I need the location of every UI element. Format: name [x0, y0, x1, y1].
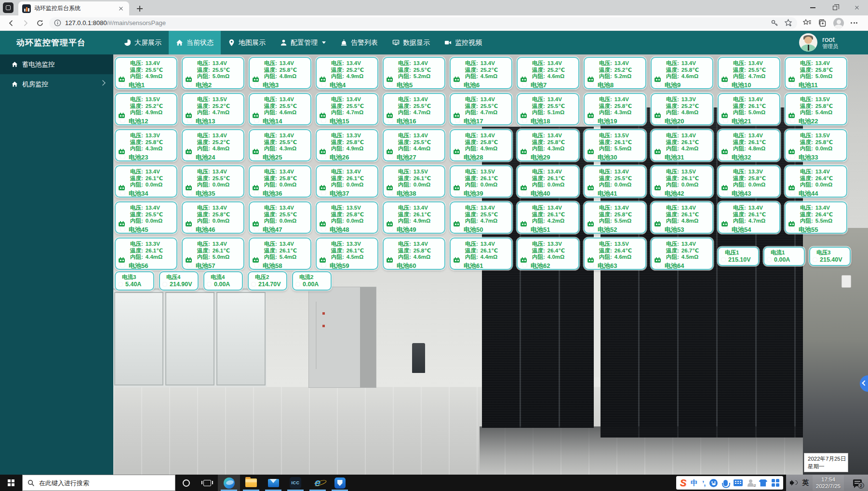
back-button[interactable]: [4, 17, 18, 29]
battery-card[interactable]: 电压:13.4V 温度:26.1℃ 内阻:0.0mΩ 电池40: [517, 165, 579, 198]
ime-chinese-mode[interactable]: 中: [691, 478, 698, 488]
sidebar-item-battery-monitor[interactable]: 蓄电池监控: [0, 54, 113, 74]
battery-card[interactable]: 电压:13.4V 温度:25.2℃ 内阻:5.2mΩ 电池8: [584, 57, 646, 89]
battery-card[interactable]: 电压:13.4V 温度:25.8℃ 内阻:4.8mΩ 电池3: [249, 57, 311, 89]
battery-card[interactable]: 电压:13.4V 温度:26.4℃ 内阻:5.5mΩ 电池55: [785, 201, 847, 234]
browser-tab[interactable]: 动环监控后台系统: [18, 1, 129, 15]
user-box[interactable]: root 管理员: [799, 33, 838, 52]
notification-center-button[interactable]: 2: [848, 475, 867, 491]
taskbar-app-edge[interactable]: [218, 475, 240, 491]
battery-card[interactable]: 电压:13.5V 温度:25.2℃ 内阻:4.7mΩ 电池13: [182, 93, 244, 125]
battery-card[interactable]: 电压:13.4V 温度:25.2℃ 内阻:4.6mΩ 电池7: [517, 57, 579, 89]
battery-card[interactable]: 电压:13.4V 温度:26.1℃ 内阻:4.4mΩ 电池61: [450, 238, 512, 270]
battery-card[interactable]: 电压:13.4V 温度:25.5℃ 内阻:4.3mΩ 电池25: [249, 129, 311, 161]
ime-account-icon[interactable]: 2: [747, 479, 754, 487]
browser-menu-icon[interactable]: [851, 22, 857, 24]
battery-card[interactable]: 电压:13.4V 温度:26.1℃ 内阻:5.0mΩ 电池21: [718, 93, 780, 125]
taskbar-app-icc[interactable]: ICC: [284, 475, 307, 491]
restore-button[interactable]: [824, 0, 846, 15]
sensor-card[interactable]: 电流3 5.40A: [115, 271, 154, 291]
battery-card[interactable]: 电压:13.3V 温度:26.4℃ 内阻:4.0mΩ 电池62: [517, 238, 579, 270]
sensor-card[interactable]: 电压3 215.40V: [809, 247, 851, 266]
taskbar-clock[interactable]: 17:54 2022/7/25: [813, 475, 844, 491]
battery-card[interactable]: 电压:13.4V 温度:26.1℃ 内阻:4.2mΩ 电池51: [517, 201, 579, 234]
search-input[interactable]: [39, 479, 160, 487]
nav-item-data-display[interactable]: 数据显示: [385, 31, 437, 54]
password-key-icon[interactable]: [771, 19, 778, 27]
browser-profile-icon[interactable]: [833, 18, 844, 28]
sensor-card[interactable]: 电流2 0.00A: [292, 271, 332, 291]
battery-card[interactable]: 电压:13.5V 温度:26.1℃ 内阻:0.0mΩ 电池39: [450, 165, 512, 198]
battery-card[interactable]: 电压:13.5V 温度:26.4℃ 内阻:4.6mΩ 电池63: [584, 238, 646, 270]
battery-card[interactable]: 电压:13.4V 温度:25.5℃ 内阻:4.9mΩ 电池1: [115, 57, 177, 89]
volume-icon[interactable]: [790, 479, 798, 486]
battery-card[interactable]: 电压:13.4V 温度:25.8℃ 内阻:4.3mΩ 电池29: [517, 129, 579, 161]
battery-card[interactable]: 电压:13.4V 温度:25.2℃ 内阻:4.5mΩ 电池6: [450, 57, 512, 89]
battery-card[interactable]: 电压:13.3V 温度:25.8℃ 内阻:4.9mΩ 电池26: [316, 129, 378, 161]
sogou-logo-icon[interactable]: S: [680, 478, 686, 488]
battery-card[interactable]: 电压:13.4V 温度:26.1℃ 内阻:4.7mΩ 电池54: [718, 201, 780, 234]
battery-card[interactable]: 电压:13.4V 温度:26.1℃ 内阻:0.0mΩ 电池34: [115, 165, 177, 198]
battery-card[interactable]: 电压:13.4V 温度:25.5℃ 内阻:4.4mΩ 电池27: [383, 129, 445, 161]
cortana-button[interactable]: [175, 475, 197, 491]
nav-item-big-screen[interactable]: 大屏展示: [117, 31, 169, 54]
battery-card[interactable]: 电压:13.4V 温度:25.8℃ 内阻:4.9mΩ 电池28: [450, 129, 512, 161]
battery-card[interactable]: 电压:13.3V 温度:26.1℃ 内阻:4.5mΩ 电池59: [316, 238, 378, 270]
battery-card[interactable]: 电压:13.3V 温度:25.2℃ 内阻:4.8mΩ 电池20: [651, 93, 713, 125]
sidebar-item-room-monitor[interactable]: 机房监控: [0, 74, 113, 94]
battery-card[interactable]: 电压:13.4V 温度:25.2℃ 内阻:4.8mΩ 电池24: [182, 129, 244, 161]
soft-keyboard-icon[interactable]: [734, 479, 743, 486]
battery-card[interactable]: 电压:13.4V 温度:25.5℃ 内阻:5.0mΩ 电池2: [182, 57, 244, 89]
task-view-button[interactable]: [197, 475, 218, 491]
battery-card[interactable]: 电压:13.4V 温度:26.1℃ 内阻:4.9mΩ 电池49: [383, 201, 445, 234]
taskbar-app-internet-explorer[interactable]: e: [307, 475, 329, 491]
battery-card[interactable]: 电压:13.5V 温度:25.8℃ 内阻:0.0mΩ 电池33: [785, 129, 847, 161]
battery-card[interactable]: 电压:13.4V 温度:25.5℃ 内阻:4.7mΩ 电池16: [383, 93, 445, 125]
battery-card[interactable]: 电压:13.4V 温度:26.7℃ 内阻:4.5mΩ 电池64: [651, 238, 713, 270]
battery-card[interactable]: 电压:13.4V 温度:25.5℃ 内阻:0.0mΩ 电池35: [182, 165, 244, 198]
sensor-card[interactable]: 电压2 214.70V: [248, 271, 287, 291]
taskbar-app-file-explorer[interactable]: [240, 475, 262, 491]
taskbar-search[interactable]: [22, 475, 175, 491]
taskbar-app-mail[interactable]: [262, 475, 284, 491]
battery-card[interactable]: 电压:13.4V 温度:25.5℃ 内阻:5.1mΩ 电池18: [517, 93, 579, 125]
ime-punctuation-mode[interactable]: ’,: [702, 479, 705, 487]
nav-item-video[interactable]: 监控视频: [437, 31, 489, 54]
battery-card[interactable]: 电压:13.3V 温度:25.8℃ 内阻:4.3mΩ 电池23: [115, 129, 177, 161]
battery-card[interactable]: 电压:13.4V 温度:25.5℃ 内阻:0.0mΩ 电池45: [115, 201, 177, 234]
nav-item-current-status[interactable]: 当前状态: [169, 31, 221, 54]
battery-card[interactable]: 电压:13.4V 温度:25.5℃ 内阻:0.0mΩ 电池47: [249, 201, 311, 234]
battery-card[interactable]: 电压:13.4V 温度:25.2℃ 内阻:4.9mΩ 电池4: [316, 57, 378, 89]
site-info-icon[interactable]: [54, 19, 61, 27]
taskbar-app-security[interactable]: [329, 475, 351, 491]
battery-card[interactable]: 电压:13.5V 温度:26.1℃ 内阻:0.0mΩ 电池38: [383, 165, 445, 198]
emoji-icon[interactable]: [709, 479, 718, 487]
collections-icon[interactable]: [818, 19, 827, 27]
sensor-card[interactable]: 电流4 0.00A: [203, 271, 243, 291]
favorites-bar-icon[interactable]: [803, 19, 811, 27]
battery-card[interactable]: 电压:13.4V 温度:25.5℃ 内阻:4.7mΩ 电池50: [450, 201, 512, 234]
battery-card[interactable]: 电压:13.4V 温度:26.1℃ 内阻:4.8mΩ 电池53: [651, 201, 713, 234]
battery-card[interactable]: 电压:13.5V 温度:25.2℃ 内阻:4.9mΩ 电池12: [115, 93, 177, 125]
battery-card[interactable]: 电压:13.4V 温度:25.8℃ 内阻:4.6mΩ 电池9: [651, 57, 713, 89]
start-button[interactable]: [0, 475, 22, 491]
forward-button[interactable]: [18, 17, 33, 29]
sensor-card[interactable]: 电流1 0.00A: [763, 247, 805, 266]
ime-skin-icon[interactable]: [759, 479, 767, 487]
battery-card[interactable]: 电压:13.4V 温度:26.1℃ 内阻:4.8mΩ 电池32: [718, 129, 780, 161]
url-text[interactable]: 127.0.0.1:8080/#/main/sensorsPage: [65, 19, 771, 27]
ime-toolbox-icon[interactable]: [772, 479, 779, 487]
battery-card[interactable]: 电压:13.5V 温度:25.8℃ 内阻:0.0mΩ 电池48: [316, 201, 378, 234]
battery-card[interactable]: 电压:13.5V 温度:25.8℃ 内阻:5.4mΩ 电池22: [785, 93, 847, 125]
battery-card[interactable]: 电压:13.3V 温度:26.1℃ 内阻:4.4mΩ 电池56: [115, 238, 177, 270]
battery-card[interactable]: 电压:13.4V 温度:25.5℃ 内阻:0.0mΩ 电池41: [584, 165, 646, 198]
battery-card[interactable]: 电压:13.4V 温度:25.8℃ 内阻:0.0mΩ 电池46: [182, 201, 244, 234]
battery-card[interactable]: 电压:13.4V 温度:25.8℃ 内阻:0.0mΩ 电池36: [249, 165, 311, 198]
battery-card[interactable]: 电压:13.4V 温度:26.1℃ 内阻:0.0mΩ 电池37: [316, 165, 378, 198]
minimize-button[interactable]: [801, 0, 824, 15]
battery-card[interactable]: 电压:13.4V 温度:25.5℃ 内阻:4.7mΩ 电池17: [450, 93, 512, 125]
battery-card[interactable]: 电压:13.4V 温度:26.1℃ 内阻:5.4mΩ 电池58: [249, 238, 311, 270]
favorite-star-icon[interactable]: [784, 19, 792, 27]
battery-card[interactable]: 电压:13.3V 温度:25.8℃ 内阻:0.0mΩ 电池43: [718, 165, 780, 198]
battery-card[interactable]: 电压:13.4V 温度:26.1℃ 内阻:5.0mΩ 电池57: [182, 238, 244, 270]
